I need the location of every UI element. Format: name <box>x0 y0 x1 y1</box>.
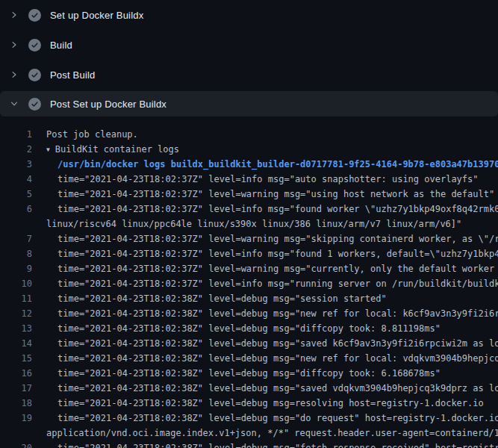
log-line-number[interactable]: 19 <box>0 411 32 426</box>
log-line: 8 time="2021-04-23T18:02:37Z" level=info… <box>0 246 498 261</box>
log-line-text: application/vnd.oci.image.index.v1+json,… <box>46 426 498 441</box>
log-line-number[interactable]: 6 <box>0 202 32 217</box>
log-line-text: time="2021-04-23T18:02:38Z" level=debug … <box>57 336 498 351</box>
log-line-number[interactable]: 4 <box>0 172 32 187</box>
step-row[interactable]: Build <box>0 30 498 60</box>
log-line-number[interactable]: 13 <box>0 321 32 336</box>
log-line-text: time="2021-04-23T18:02:38Z" level=debug … <box>57 396 484 411</box>
log-line-number[interactable]: 1 <box>0 127 32 142</box>
log-line-number[interactable]: 7 <box>0 231 32 246</box>
log-line-text: /usr/bin/docker logs buildx_buildkit_bui… <box>57 157 498 172</box>
log-line-number[interactable]: 3 <box>0 157 32 172</box>
log-line-number <box>0 426 32 441</box>
chevron-down-icon[interactable] <box>10 99 19 108</box>
log-line-number[interactable]: 2 <box>0 142 32 157</box>
log-line-number[interactable]: 8 <box>0 246 32 261</box>
log-line-number[interactable]: 17 <box>0 381 32 396</box>
check-circle-icon <box>28 69 41 81</box>
log-line-text: time="2021-04-23T18:02:37Z" level=warnin… <box>57 187 494 202</box>
step-row[interactable]: Post Set up Docker Buildx <box>0 91 498 116</box>
log-line: 18 time="2021-04-23T18:02:38Z" level=deb… <box>0 396 498 411</box>
log-line-number[interactable]: 20 <box>0 441 32 448</box>
log-line: 15 time="2021-04-23T18:02:38Z" level=deb… <box>0 351 498 366</box>
log-line: 14 time="2021-04-23T18:02:38Z" level=deb… <box>0 336 498 351</box>
log-line-text: time="2021-04-23T18:02:37Z" level=warnin… <box>57 231 498 246</box>
log-line-text: time="2021-04-23T18:02:37Z" level=info m… <box>57 172 479 187</box>
log-line: 13 time="2021-04-23T18:02:38Z" level=deb… <box>0 321 498 336</box>
check-circle-icon <box>28 9 41 22</box>
log-line-text: Post job cleanup. <box>46 127 138 142</box>
log-line: 17 time="2021-04-23T18:02:38Z" level=deb… <box>0 381 498 396</box>
log-line: 2 ▼BuildKit container logs <box>0 142 498 157</box>
log-line-text: time="2021-04-23T18:02:38Z" level=debug … <box>57 381 498 396</box>
log-line: 1 Post job cleanup. <box>0 127 498 142</box>
log-line-number[interactable]: 15 <box>0 351 32 366</box>
log-line: 3 /usr/bin/docker logs buildx_buildkit_b… <box>0 157 498 172</box>
step-label: Post Build <box>50 69 96 81</box>
log-line-number[interactable]: 9 <box>0 261 32 276</box>
log-line: 19 time="2021-04-23T18:02:38Z" level=deb… <box>0 411 498 426</box>
log-line-text: time="2021-04-23T18:02:38Z" level=debug … <box>57 306 498 321</box>
log-line-number[interactable]: 11 <box>0 291 32 306</box>
log-line-text: time="2021-04-23T18:02:37Z" level=info m… <box>57 202 498 217</box>
log-line: 16 time="2021-04-23T18:02:38Z" level=deb… <box>0 366 498 381</box>
check-circle-icon <box>28 98 41 111</box>
chevron-right-icon[interactable] <box>10 10 19 19</box>
log-line: 9 time="2021-04-23T18:02:37Z" level=warn… <box>0 261 498 276</box>
log-line-text: time="2021-04-23T18:02:37Z" level=info m… <box>57 246 498 261</box>
chevron-right-icon[interactable] <box>10 40 19 49</box>
log-line-number[interactable]: 14 <box>0 336 32 351</box>
log-line-text: time="2021-04-23T18:02:38Z" level=debug … <box>57 321 441 336</box>
log-line: 7 time="2021-04-23T18:02:37Z" level=warn… <box>0 231 498 246</box>
log-group-toggle[interactable]: ▼BuildKit container logs <box>46 142 179 157</box>
log-line: application/vnd.oci.image.index.v1+json,… <box>0 426 498 441</box>
log-line-text: time="2021-04-23T18:02:38Z" level=debug … <box>57 291 387 306</box>
step-label: Post Set up Docker Buildx <box>50 99 166 110</box>
actions-log-viewer: Set up Docker Buildx Build Post Build <box>0 0 498 448</box>
log-line-text: linux/riscv64 linux/ppc64le linux/s390x … <box>46 217 461 231</box>
log-line: linux/riscv64 linux/ppc64le linux/s390x … <box>0 217 498 231</box>
log-line-text: time="2021-04-23T18:02:38Z" level=debug … <box>57 411 498 426</box>
step-label: Build <box>50 40 72 51</box>
log-line: 20 time="2021-04-23T18:02:38Z" level=deb… <box>0 441 498 448</box>
log-line-text: time="2021-04-23T18:02:38Z" level=debug … <box>57 366 441 381</box>
log-line: 5 time="2021-04-23T18:02:37Z" level=warn… <box>0 187 498 202</box>
step-label: Set up Docker Buildx <box>50 10 143 21</box>
log-line: 4 time="2021-04-23T18:02:37Z" level=info… <box>0 172 498 187</box>
log-line-text: time="2021-04-23T18:02:38Z" level=debug … <box>57 441 498 448</box>
log-line: 10 time="2021-04-23T18:02:37Z" level=inf… <box>0 276 498 291</box>
chevron-right-icon[interactable] <box>10 70 19 79</box>
step-row[interactable]: Post Build <box>0 60 498 90</box>
log-line-number[interactable]: 12 <box>0 306 32 321</box>
step-row[interactable]: Set up Docker Buildx <box>0 0 498 30</box>
log-line: 11 time="2021-04-23T18:02:38Z" level=deb… <box>0 291 498 306</box>
log-line-number[interactable]: 5 <box>0 187 32 202</box>
log-line-text[interactable]: BuildKit container logs <box>55 144 179 155</box>
log-line-number <box>0 217 32 231</box>
log-line-text: time="2021-04-23T18:02:38Z" level=debug … <box>57 351 498 366</box>
log-line-number[interactable]: 18 <box>0 396 32 411</box>
triangle-down-icon[interactable]: ▼ <box>46 143 50 157</box>
log-line-text: time="2021-04-23T18:02:37Z" level=info m… <box>57 276 498 291</box>
check-circle-icon <box>28 39 41 52</box>
log-line-number[interactable]: 16 <box>0 366 32 381</box>
log-console: 1 Post job cleanup. 2 ▼BuildKit containe… <box>0 127 498 448</box>
log-line: 6 time="2021-04-23T18:02:37Z" level=info… <box>0 202 498 217</box>
log-line: 12 time="2021-04-23T18:02:38Z" level=deb… <box>0 306 498 321</box>
log-line-number[interactable]: 10 <box>0 276 32 291</box>
step-list: Set up Docker Buildx Build Post Build <box>0 0 498 116</box>
log-line-text: time="2021-04-23T18:02:37Z" level=warnin… <box>57 261 498 276</box>
